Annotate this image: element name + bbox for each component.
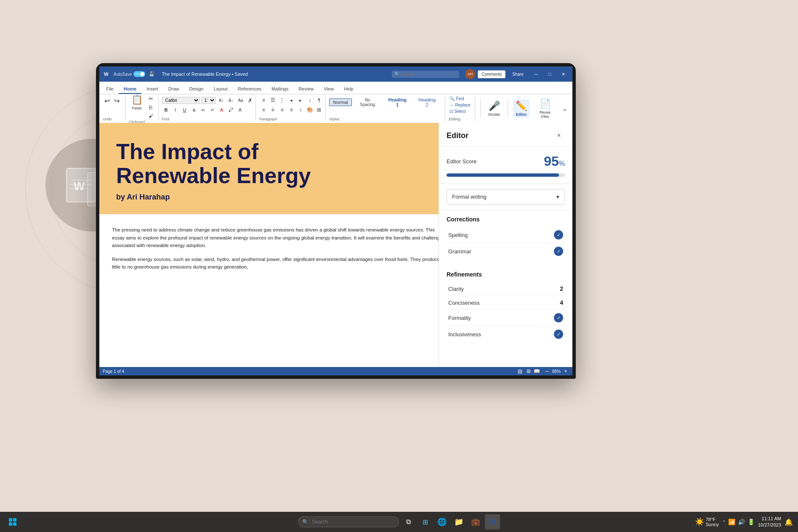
- zoom-level: 86%: [552, 369, 561, 374]
- copy-button[interactable]: ⎘: [147, 104, 155, 112]
- editor-ribbon-button[interactable]: ✏️ Editor: [513, 99, 529, 118]
- tab-view[interactable]: View: [319, 85, 339, 94]
- superscript-button[interactable]: x²: [208, 106, 217, 114]
- redo-button[interactable]: ↪: [112, 96, 121, 106]
- numbering-button[interactable]: ☰: [269, 96, 277, 104]
- share-button[interactable]: Share: [508, 71, 528, 78]
- select-label: Select: [454, 109, 466, 114]
- taskbar-search-input[interactable]: [298, 516, 399, 527]
- widgets-button[interactable]: ⊞: [418, 514, 433, 529]
- decrease-font-button[interactable]: A↓: [227, 96, 235, 104]
- tab-insert[interactable]: Insert: [141, 85, 163, 94]
- select-button[interactable]: ⊡ Select: [449, 109, 467, 114]
- format-painter-button[interactable]: 🖌: [147, 112, 155, 119]
- align-left-button[interactable]: ≡: [259, 106, 268, 114]
- shading-button[interactable]: 🎨: [306, 106, 314, 114]
- paste-icon: 📋: [131, 94, 143, 105]
- multilevel-button[interactable]: ⋮: [278, 96, 286, 104]
- font-color-button[interactable]: A: [218, 106, 226, 114]
- decrease-indent-button[interactable]: ◂: [287, 96, 295, 104]
- tab-design[interactable]: Design: [184, 85, 208, 94]
- tab-layout[interactable]: Layout: [209, 85, 233, 94]
- teams-button[interactable]: 💼: [468, 514, 483, 529]
- weather-widget[interactable]: ☀️ 78°F Sunny: [695, 517, 719, 527]
- file-explorer-button[interactable]: 📁: [451, 514, 466, 529]
- print-layout-button[interactable]: ▤: [517, 368, 524, 375]
- edge-button[interactable]: 🌐: [434, 514, 450, 529]
- minimize-button[interactable]: ─: [530, 70, 542, 78]
- dictate-button[interactable]: 🎤 Dictate: [486, 99, 503, 118]
- font-size-select[interactable]: 11: [201, 97, 216, 104]
- tab-home[interactable]: Home: [119, 85, 142, 94]
- notification-icon[interactable]: 🔔: [785, 518, 793, 526]
- spelling-item[interactable]: Spelling ✓: [447, 227, 565, 243]
- weather-icon: ☀️: [695, 517, 704, 527]
- increase-font-button[interactable]: A↑: [217, 96, 226, 104]
- inclusiveness-item[interactable]: Inclusiveness ✓: [447, 326, 565, 342]
- italic-button[interactable]: I: [171, 106, 180, 114]
- cut-button[interactable]: ✂: [147, 95, 155, 103]
- tab-mailings[interactable]: Mailings: [266, 85, 293, 94]
- clear-format-button[interactable]: ✗: [246, 96, 255, 104]
- paste-button[interactable]: 📋 Paste: [129, 93, 145, 112]
- formal-writing-dropdown[interactable]: Formal writing ▾: [447, 189, 565, 205]
- ribbon-group-styles: Normal No Spacing Heading 1 Heading 2 St…: [329, 96, 445, 121]
- tab-references[interactable]: References: [233, 85, 266, 94]
- tab-review[interactable]: Review: [293, 85, 319, 94]
- word-taskbar-button[interactable]: W: [485, 514, 500, 529]
- strikethrough-button[interactable]: S̶: [190, 106, 198, 114]
- increase-indent-button[interactable]: ▸: [296, 96, 305, 104]
- style-heading1-button[interactable]: Heading 1: [383, 96, 412, 109]
- align-right-button[interactable]: ≡: [278, 106, 286, 114]
- justify-button[interactable]: ≡: [287, 106, 295, 114]
- avatar[interactable]: AH: [465, 69, 475, 79]
- volume-icon[interactable]: 🔊: [738, 519, 745, 525]
- underline-button[interactable]: U: [181, 106, 189, 114]
- show-marks-button[interactable]: ¶: [315, 96, 323, 104]
- borders-button[interactable]: ⊞: [315, 106, 323, 114]
- battery-icon[interactable]: 🔋: [747, 519, 755, 525]
- up-arrow-icon[interactable]: ⌃: [722, 520, 726, 524]
- highlight-button[interactable]: 🖍: [227, 106, 235, 114]
- conciseness-item[interactable]: Conciseness 4: [447, 296, 565, 310]
- tab-help[interactable]: Help: [339, 85, 359, 94]
- zoom-out-button[interactable]: ─: [544, 368, 551, 375]
- wifi-icon[interactable]: 📶: [728, 519, 735, 525]
- line-spacing-button[interactable]: ↕: [296, 106, 305, 114]
- style-nospacing-button[interactable]: No Spacing: [354, 96, 382, 108]
- title-search-input[interactable]: [392, 71, 459, 78]
- editor-close-button[interactable]: ×: [553, 130, 565, 141]
- read-mode-button[interactable]: 📖: [534, 368, 540, 375]
- change-case-button[interactable]: Aa: [237, 96, 245, 104]
- style-normal-button[interactable]: Normal: [329, 98, 351, 106]
- start-button[interactable]: [5, 514, 20, 529]
- autosave-toggle[interactable]: On: [133, 71, 145, 77]
- tab-file[interactable]: File: [101, 85, 119, 94]
- taskview-button[interactable]: ⧉: [401, 514, 416, 529]
- sort-button[interactable]: ↕: [306, 96, 314, 104]
- style-heading2-button[interactable]: Heading 2: [413, 96, 441, 109]
- web-layout-button[interactable]: ⊞: [525, 368, 532, 375]
- zoom-in-button[interactable]: +: [562, 368, 569, 375]
- subscript-button[interactable]: x₂: [199, 106, 207, 114]
- formality-item[interactable]: Formality ✓: [447, 310, 565, 326]
- ribbon-group-editing: 🔍 Find ↔ Replace ⊡ Select: [449, 96, 475, 121]
- reuse-files-button[interactable]: 📄 Reuse Files: [533, 97, 557, 120]
- align-center-button[interactable]: ≡: [269, 106, 277, 114]
- find-button[interactable]: 🔍 Find: [449, 96, 465, 101]
- clarity-item[interactable]: Clarity 2: [447, 282, 565, 296]
- editor-score-label: Editor Score: [447, 158, 477, 165]
- bold-button[interactable]: B: [162, 106, 170, 114]
- font-family-select[interactable]: Calibri: [162, 97, 200, 104]
- tab-draw[interactable]: Draw: [163, 85, 184, 94]
- taskbar-datetime[interactable]: 11:11 AM 10/27/2023: [758, 516, 781, 529]
- comments-button[interactable]: Comments: [478, 70, 505, 78]
- ribbon-collapse-button[interactable]: ⌄: [561, 104, 569, 113]
- maximize-button[interactable]: □: [544, 70, 556, 78]
- grammar-item[interactable]: Grammar ✓: [447, 243, 565, 259]
- undo-button[interactable]: ↩: [103, 96, 112, 106]
- text-effect-button[interactable]: A: [236, 106, 245, 114]
- close-button[interactable]: ✕: [557, 70, 569, 78]
- bullets-button[interactable]: ≡: [259, 96, 268, 104]
- replace-button[interactable]: ↔ Replace: [449, 102, 471, 108]
